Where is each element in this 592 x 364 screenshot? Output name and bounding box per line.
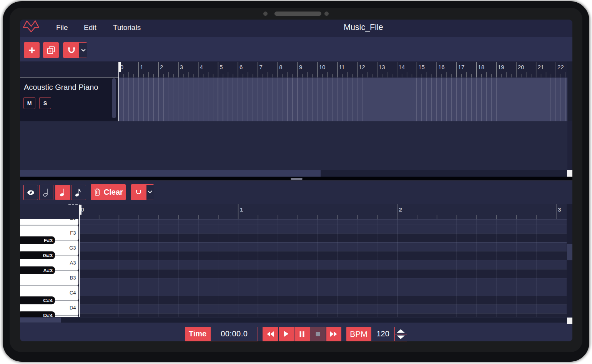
- svg-text:7: 7: [259, 64, 263, 70]
- svg-text:15: 15: [418, 64, 425, 70]
- svg-text:14: 14: [399, 64, 405, 70]
- svg-text:19: 19: [498, 64, 504, 70]
- svg-text:6: 6: [239, 64, 243, 70]
- svg-text:2: 2: [399, 206, 402, 213]
- svg-text:D#4: D#4: [43, 313, 53, 318]
- svg-text:1: 1: [240, 206, 243, 213]
- svg-text:5: 5: [220, 64, 223, 70]
- svg-text:9: 9: [299, 64, 302, 70]
- svg-text:1: 1: [140, 64, 143, 70]
- svg-text:13: 13: [379, 64, 385, 70]
- svg-text:10: 10: [319, 64, 326, 70]
- svg-text:C4: C4: [70, 290, 76, 296]
- svg-text:12: 12: [359, 64, 365, 70]
- svg-text:G3: G3: [69, 245, 76, 250]
- svg-text:18: 18: [478, 64, 484, 70]
- svg-text:3: 3: [180, 64, 183, 70]
- svg-text:B3: B3: [70, 275, 76, 280]
- svg-text:2: 2: [160, 64, 163, 70]
- svg-text:22: 22: [557, 64, 564, 70]
- svg-text:17: 17: [458, 64, 465, 70]
- svg-text:21: 21: [537, 64, 544, 70]
- svg-text:8: 8: [279, 64, 282, 70]
- svg-text:11: 11: [339, 64, 345, 70]
- svg-text:D4: D4: [70, 305, 76, 311]
- svg-text:E3: E3: [70, 219, 76, 221]
- svg-text:F3: F3: [70, 230, 76, 235]
- svg-text:0: 0: [81, 206, 84, 213]
- svg-text:20: 20: [518, 64, 524, 70]
- svg-text:16: 16: [438, 64, 445, 70]
- svg-text:G#3: G#3: [43, 252, 53, 258]
- svg-text:0: 0: [120, 64, 123, 70]
- svg-text:A#3: A#3: [43, 267, 53, 273]
- svg-text:F#3: F#3: [44, 237, 53, 243]
- svg-text:4: 4: [200, 64, 203, 70]
- svg-text:C#4: C#4: [43, 297, 53, 303]
- svg-text:3: 3: [558, 206, 561, 213]
- svg-text:A3: A3: [70, 260, 76, 265]
